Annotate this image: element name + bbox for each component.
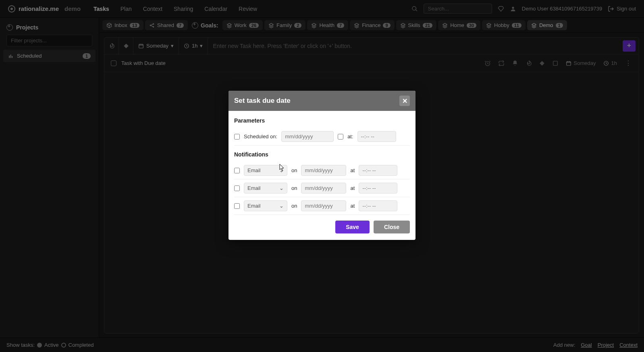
scheduled-date-input[interactable] <box>281 131 334 142</box>
chevron-down-icon: ⌄ <box>279 167 284 173</box>
chevron-down-icon: ⌄ <box>279 185 284 191</box>
notif3-checkbox[interactable] <box>234 203 240 209</box>
notification-row-3: Email ⌄ on at <box>234 197 410 215</box>
due-date-modal: Set task due date ✕ Parameters Scheduled… <box>229 91 415 240</box>
at-label: at <box>350 203 355 209</box>
close-icon[interactable]: ✕ <box>399 96 410 106</box>
notif3-channel-select[interactable]: Email ⌄ <box>244 200 287 211</box>
notif1-time-input[interactable] <box>359 165 397 176</box>
notif2-time-input[interactable] <box>359 183 397 194</box>
notif2-channel-label: Email <box>247 185 261 191</box>
notif2-channel-select[interactable]: Email ⌄ <box>244 183 287 194</box>
at-label: at <box>350 167 355 173</box>
close-button[interactable]: Close <box>374 221 410 233</box>
at-label: at <box>350 185 355 191</box>
notif2-date-input[interactable] <box>301 183 346 194</box>
on-label: on <box>291 185 297 191</box>
notif3-date-input[interactable] <box>301 200 346 211</box>
scheduled-time-input[interactable] <box>357 131 396 142</box>
notif1-channel-select[interactable]: Email ⌄ <box>244 165 287 176</box>
modal-footer: Save Close <box>234 215 410 233</box>
at-label: at: <box>347 133 353 140</box>
notification-row-1: Email ⌄ on at <box>234 162 410 179</box>
notification-row-2: Email ⌄ on at <box>234 179 410 197</box>
parameters-heading: Parameters <box>234 117 410 124</box>
notif1-channel-label: Email <box>247 167 261 173</box>
notif3-time-input[interactable] <box>359 200 397 211</box>
scheduled-checkbox[interactable] <box>234 134 240 140</box>
on-label: on <box>291 167 297 173</box>
scheduled-row: Scheduled on: at: <box>234 128 410 146</box>
on-label: on <box>291 203 297 209</box>
modal-body: Parameters Scheduled on: at: Notificatio… <box>229 111 415 240</box>
notif1-date-input[interactable] <box>301 165 346 176</box>
chevron-down-icon: ⌄ <box>279 203 284 209</box>
notifications-heading: Notifications <box>234 151 410 158</box>
at-checkbox[interactable] <box>338 134 343 140</box>
modal-header: Set task due date ✕ <box>229 91 415 111</box>
modal-overlay: Set task due date ✕ Parameters Scheduled… <box>0 0 644 352</box>
notif1-checkbox[interactable] <box>234 168 240 173</box>
notif3-channel-label: Email <box>247 203 261 209</box>
notif2-checkbox[interactable] <box>234 185 240 191</box>
scheduled-label: Scheduled on: <box>244 133 277 140</box>
save-button[interactable]: Save <box>335 221 370 233</box>
modal-title: Set task due date <box>234 97 291 105</box>
